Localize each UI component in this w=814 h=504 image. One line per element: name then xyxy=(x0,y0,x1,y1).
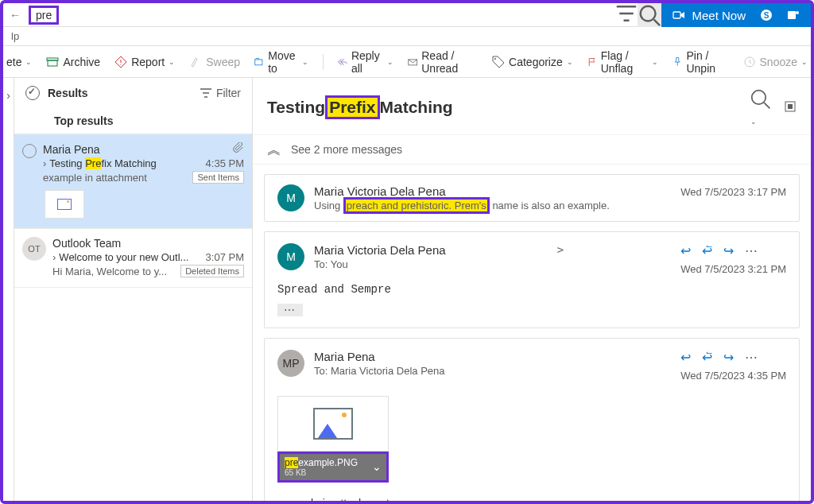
forward-indicator-icon: > xyxy=(557,243,564,256)
top-results-header: Top results xyxy=(14,108,252,134)
search-button[interactable] xyxy=(638,3,661,27)
reply-all-button[interactable]: Reply all⌄ xyxy=(338,49,393,75)
item-folder: Deleted Items xyxy=(180,265,244,277)
message-date: Wed 7/5/2023 4:35 PM xyxy=(680,370,786,382)
item-time: 4:35 PM xyxy=(206,157,244,169)
avatar: OT xyxy=(22,237,46,261)
svg-text:S: S xyxy=(764,11,769,20)
move-button[interactable]: Move to⌄ xyxy=(254,49,308,75)
svg-point-0 xyxy=(641,6,656,21)
attachment-filename: preexample.PNG xyxy=(285,457,358,468)
message-card[interactable]: M Maria Victoria Dela Pena Using preach … xyxy=(264,174,800,222)
attachment-thumbnail[interactable] xyxy=(45,190,84,219)
attachment-dropdown-icon[interactable]: ⌄ xyxy=(372,460,382,473)
svg-point-15 xyxy=(752,91,766,104)
flag-button[interactable]: Flag / Unflag⌄ xyxy=(587,49,658,75)
item-from: Outlook Team xyxy=(52,237,121,250)
sender-name: Maria Victoria Dela Pena xyxy=(314,184,671,198)
recipient: To: Maria Victoria Dela Pena xyxy=(314,365,671,377)
svg-rect-8 xyxy=(48,60,57,66)
see-more-messages[interactable]: ︽ See 2 more messages xyxy=(253,135,811,165)
attachment-icon xyxy=(233,142,244,156)
item-from: Maria Pena xyxy=(43,143,100,156)
search-filter-icon[interactable] xyxy=(615,2,638,27)
conversation-title: Testing Prefix Matching xyxy=(267,95,741,119)
svg-rect-2 xyxy=(673,12,680,18)
item-time: 3:07 PM xyxy=(206,251,244,263)
svg-rect-5 xyxy=(788,11,796,19)
reading-pane: Testing Prefix Matching ⌄ ︽ See 2 more m… xyxy=(253,78,811,501)
attachment-size: 65 KB xyxy=(285,468,358,477)
filter-button[interactable]: Filter xyxy=(200,87,241,99)
results-list: Results Filter Top results Maria Pena xyxy=(14,78,253,501)
attachment[interactable]: preexample.PNG 65 KB ⌄ xyxy=(277,396,389,483)
message-body: Spread and Sempre xyxy=(277,283,786,296)
header-bar: ← pre Meet Now S xyxy=(3,3,811,27)
svg-rect-11 xyxy=(255,59,262,64)
item-folder: Sent Items xyxy=(192,171,244,184)
message-date: Wed 7/5/2023 3:21 PM xyxy=(680,263,786,275)
avatar: M xyxy=(277,243,304,270)
snooze-button[interactable]: Snooze⌄ xyxy=(743,56,808,68)
more-actions-icon[interactable]: ⋯ xyxy=(745,243,759,258)
message-card[interactable]: M Maria Victoria Dela Pena > To: You ↩ ↩… xyxy=(264,231,800,328)
popout-icon[interactable] xyxy=(784,100,797,115)
search-query: pre xyxy=(29,6,59,25)
expand-quoted-icon[interactable]: ⋯ xyxy=(277,304,303,316)
report-button[interactable]: Report⌄ xyxy=(114,56,175,68)
attachment-preview xyxy=(277,396,389,452)
command-toolbar: ete⌄ Archive Report⌄ Sweep Move to⌄ Repl… xyxy=(3,46,811,78)
message-card[interactable]: MP Maria Pena To: Maria Victoria Dela Pe… xyxy=(264,338,800,501)
list-item[interactable]: OT Outlook Team › Welcome to your new Ou… xyxy=(14,229,252,288)
more-actions-icon[interactable]: ⋯ xyxy=(745,350,759,365)
archive-button[interactable]: Archive xyxy=(46,56,100,68)
item-preview: example in attachment xyxy=(43,172,147,184)
sender-name: Maria Pena xyxy=(314,350,671,363)
sidebar-expand[interactable]: › xyxy=(3,78,14,501)
zoom-icon[interactable]: ⌄ xyxy=(750,89,773,126)
categorize-button[interactable]: Categorize⌄ xyxy=(492,56,573,68)
sweep-button[interactable]: Sweep xyxy=(189,56,240,68)
item-preview: Hi Maria, Welcome to y... xyxy=(52,266,167,277)
recipient: To: You xyxy=(314,258,671,270)
meet-now-label: Meet Now xyxy=(692,9,746,22)
message-body: example in attachment xyxy=(277,497,786,501)
forward-icon[interactable]: ↪ xyxy=(723,350,734,365)
search-input[interactable]: pre xyxy=(27,6,615,25)
svg-point-6 xyxy=(796,11,799,14)
delete-button[interactable]: ete⌄ xyxy=(6,56,32,68)
select-item-icon[interactable] xyxy=(22,144,37,158)
reply-icon[interactable]: ↩ xyxy=(680,243,691,258)
skype-icon[interactable]: S xyxy=(760,9,773,21)
reply-all-icon[interactable]: ↩⃐ xyxy=(702,243,712,258)
select-all-icon[interactable] xyxy=(25,86,40,100)
svg-point-10 xyxy=(121,64,122,64)
reply-all-icon[interactable]: ↩⃐ xyxy=(702,350,712,365)
sender-name: Maria Victoria Dela Pena xyxy=(314,243,446,257)
svg-point-13 xyxy=(494,58,496,60)
chevron-right-icon: › xyxy=(52,251,56,263)
avatar: M xyxy=(277,184,304,211)
teams-icon[interactable] xyxy=(787,9,800,21)
chevron-right-icon: › xyxy=(43,157,46,169)
forward-icon[interactable]: ↪ xyxy=(723,243,734,258)
results-label: Results xyxy=(48,87,88,99)
branding-bar: Meet Now S xyxy=(661,3,811,27)
pin-button[interactable]: Pin / Unpin xyxy=(673,49,728,75)
svg-rect-18 xyxy=(788,104,793,109)
back-arrow[interactable]: ← xyxy=(3,9,27,21)
avatar: MP xyxy=(277,350,304,377)
svg-line-1 xyxy=(654,19,661,25)
svg-line-16 xyxy=(765,103,770,108)
list-item[interactable]: Maria Pena › Testing Prefix Matching 4:3… xyxy=(14,134,252,229)
subheader: lp xyxy=(3,27,811,46)
message-snippet: Using preach and prehistoric. Prem's nam… xyxy=(314,200,671,211)
message-date: Wed 7/5/2023 3:17 PM xyxy=(680,186,786,198)
meet-now-button[interactable]: Meet Now xyxy=(673,9,746,22)
read-unread-button[interactable]: Read / Unread xyxy=(408,49,478,75)
reply-icon[interactable]: ↩ xyxy=(680,350,691,365)
